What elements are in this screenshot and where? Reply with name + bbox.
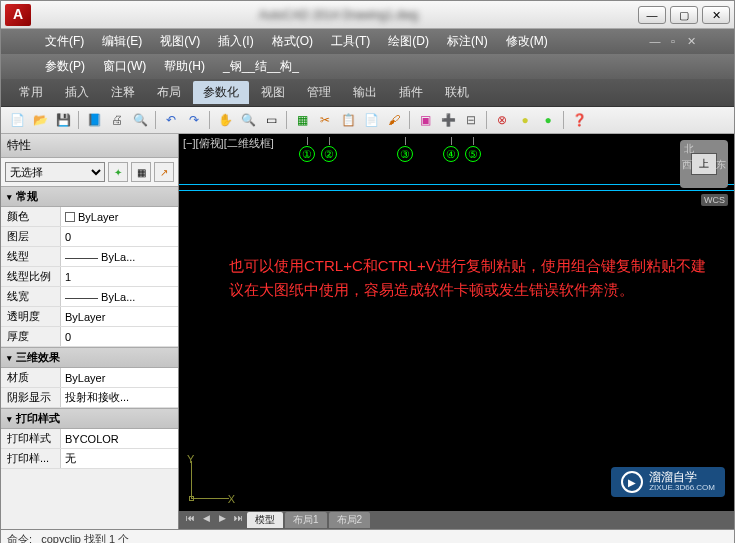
menu-dimension[interactable]: 标注(N) (439, 31, 496, 52)
window-title: AutoCAD 2014 Drawing1.dwg (39, 8, 638, 22)
layout-tab-model[interactable]: 模型 (247, 512, 283, 528)
group-3d[interactable]: ▾三维效果 (1, 347, 178, 368)
layer-add-icon[interactable]: ➕ (438, 110, 458, 130)
doc-close-button[interactable]: ✕ (684, 35, 698, 49)
layout-first-icon[interactable]: ⏮ (183, 513, 197, 527)
cut-icon[interactable]: ✂ (315, 110, 335, 130)
tab-view[interactable]: 视图 (251, 81, 295, 104)
redo-icon[interactable]: ↷ (184, 110, 204, 130)
viewcube-east: 东 (716, 158, 726, 172)
close-button[interactable]: ✕ (702, 6, 730, 24)
print-icon[interactable]: 🖨 (107, 110, 127, 130)
match-icon[interactable]: 🖌 (384, 110, 404, 130)
copy-icon[interactable]: 📋 (338, 110, 358, 130)
qnew-icon[interactable]: 📘 (84, 110, 104, 130)
menu-modify[interactable]: 修改(M) (498, 31, 556, 52)
separator (486, 111, 487, 129)
prop-value-ltscale[interactable]: 1 (61, 267, 178, 286)
tab-plugins[interactable]: 插件 (389, 81, 433, 104)
separator (209, 111, 210, 129)
layer-props-icon[interactable]: ⊟ (461, 110, 481, 130)
prop-value-shadow[interactable]: 投射和接收... (61, 388, 178, 407)
menu-window[interactable]: 窗口(W) (95, 56, 154, 77)
tool3-icon[interactable]: ● (538, 110, 558, 130)
layout-tab-2[interactable]: 布局2 (329, 512, 371, 528)
collapse-icon: ▾ (7, 414, 12, 424)
tab-output[interactable]: 输出 (343, 81, 387, 104)
block-icon[interactable]: ▣ (415, 110, 435, 130)
zoom-icon[interactable]: 🔍 (238, 110, 258, 130)
menu-help[interactable]: 帮助(H) (156, 56, 213, 77)
prop-value-plottable[interactable]: 无 (61, 449, 178, 468)
prop-value-thickness[interactable]: 0 (61, 327, 178, 346)
separator (409, 111, 410, 129)
tab-home[interactable]: 常用 (9, 81, 53, 104)
prop-value-layer[interactable]: 0 (61, 227, 178, 246)
prop-value-plotstyle[interactable]: BYCOLOR (61, 429, 178, 448)
prop-label-color: 颜色 (1, 207, 61, 226)
new-icon[interactable]: 📄 (7, 110, 27, 130)
tool2-icon[interactable]: ● (515, 110, 535, 130)
minimize-button[interactable]: — (638, 6, 666, 24)
group-general[interactable]: ▾常规 (1, 186, 178, 207)
wcs-badge[interactable]: WCS (701, 194, 728, 206)
open-icon[interactable]: 📂 (30, 110, 50, 130)
properties-icon[interactable]: ▦ (292, 110, 312, 130)
layout-last-icon[interactable]: ⏭ (231, 513, 245, 527)
zoom-window-icon[interactable]: ▭ (261, 110, 281, 130)
properties-panel: 特性 无选择 ✦ ▦ ↗ ▾常规 颜色ByLayer 图层0 线型——— ByL… (1, 134, 179, 529)
overlay-text: 也可以使用CTRL+C和CTRL+V进行复制粘贴，使用组合键复制粘贴不建议在大图… (229, 254, 714, 302)
save-icon[interactable]: 💾 (53, 110, 73, 130)
menu-parametric[interactable]: 参数(P) (37, 56, 93, 77)
prop-label-linetype: 线型 (1, 247, 61, 266)
menu-tools[interactable]: 工具(T) (323, 31, 378, 52)
marker-5: ⑤ (465, 146, 481, 162)
layout-next-icon[interactable]: ▶ (215, 513, 229, 527)
undo-icon[interactable]: ↶ (161, 110, 181, 130)
prop-value-color[interactable]: ByLayer (61, 207, 178, 226)
watermark-url: ZIXUE.3D66.COM (649, 484, 715, 493)
selection-dropdown[interactable]: 无选择 (5, 162, 105, 182)
menu-draw[interactable]: 绘图(D) (380, 31, 437, 52)
separator (155, 111, 156, 129)
maximize-button[interactable]: ▢ (670, 6, 698, 24)
layout-prev-icon[interactable]: ◀ (199, 513, 213, 527)
menu-insert[interactable]: 插入(I) (210, 31, 261, 52)
select-objects-icon[interactable]: ▦ (131, 162, 151, 182)
menu-edit[interactable]: 编辑(E) (94, 31, 150, 52)
pan-icon[interactable]: ✋ (215, 110, 235, 130)
tab-layout[interactable]: 布局 (147, 81, 191, 104)
separator (563, 111, 564, 129)
prop-value-linetype[interactable]: ——— ByLa... (61, 247, 178, 266)
menu-format[interactable]: 格式(O) (264, 31, 321, 52)
tab-annotate[interactable]: 注释 (101, 81, 145, 104)
drawing-line (179, 190, 734, 191)
layout-tab-1[interactable]: 布局1 (285, 512, 327, 528)
preview-icon[interactable]: 🔍 (130, 110, 150, 130)
tab-manage[interactable]: 管理 (297, 81, 341, 104)
menu-view[interactable]: 视图(V) (152, 31, 208, 52)
help-icon[interactable]: ❓ (569, 110, 589, 130)
prop-value-lineweight[interactable]: ——— ByLa... (61, 287, 178, 306)
tab-online[interactable]: 联机 (435, 81, 479, 104)
prop-value-material[interactable]: ByLayer (61, 368, 178, 387)
viewcube-top-face[interactable]: 上 (691, 153, 717, 175)
quick-select-icon[interactable]: ✦ (108, 162, 128, 182)
erase-icon[interactable]: ⊗ (492, 110, 512, 130)
doc-restore-button[interactable]: ▫ (666, 35, 680, 49)
toggle-pickadd-icon[interactable]: ↗ (154, 162, 174, 182)
doc-minimize-button[interactable]: — (648, 35, 662, 49)
menu-steel[interactable]: _钢__结__构_ (215, 56, 307, 77)
menu-file[interactable]: 文件(F) (37, 31, 92, 52)
prop-label-lineweight: 线宽 (1, 287, 61, 306)
properties-title: 特性 (1, 134, 178, 158)
ribbon-tabs: 常用 插入 注释 布局 参数化 视图 管理 输出 插件 联机 (1, 79, 734, 107)
group-plotstyle[interactable]: ▾打印样式 (1, 408, 178, 429)
command-history: 命令: _copyclip 找到 1 个 命令: TPasteClip 未知命令… (1, 529, 734, 543)
tab-insert[interactable]: 插入 (55, 81, 99, 104)
paste-icon[interactable]: 📄 (361, 110, 381, 130)
prop-value-transp[interactable]: ByLayer (61, 307, 178, 326)
viewcube[interactable]: 北 西 上 东 (680, 140, 728, 188)
drawing-line (179, 184, 734, 185)
tab-parametric[interactable]: 参数化 (193, 81, 249, 104)
